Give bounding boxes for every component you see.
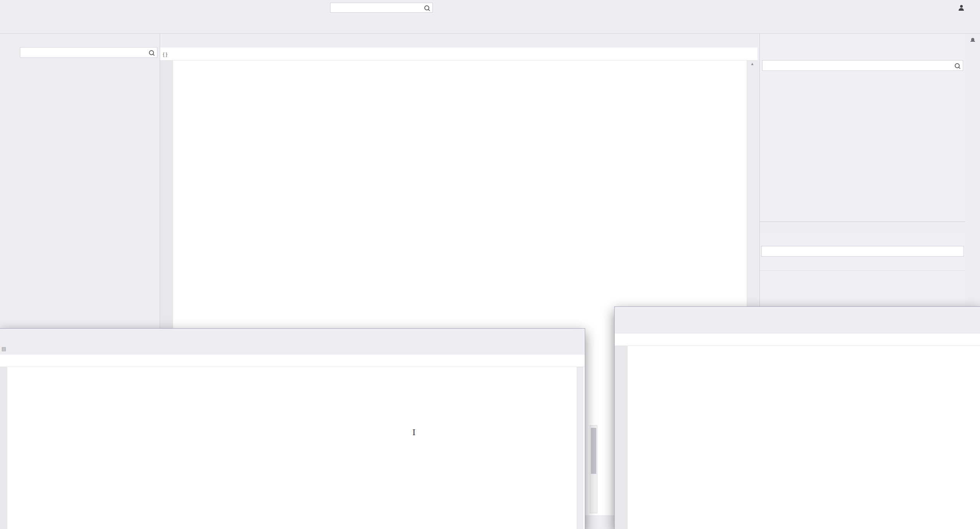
solution-explorer-panel	[759, 34, 965, 221]
quick-search-input[interactable]	[334, 4, 424, 11]
main-nav-combos	[170, 47, 757, 60]
module1-navigation-bar	[0, 355, 585, 367]
main-toolbar-items	[0, 15, 980, 33]
code-editor-module1[interactable]	[0, 367, 585, 529]
scrollbar-thumb[interactable]	[591, 428, 596, 474]
solution-explorer-search-input[interactable]	[766, 62, 952, 69]
editor-tab-row	[160, 34, 757, 47]
thisaddin-tab-right-icons	[973, 321, 980, 334]
search-icon	[149, 50, 154, 55]
module1-tab-right-icons	[577, 342, 585, 355]
search-icon	[424, 5, 429, 10]
solution-explorer-toolbar	[760, 46, 965, 59]
search-icon	[955, 63, 960, 68]
properties-toolbar	[760, 257, 965, 271]
thisaddin-nav-combos	[615, 334, 980, 346]
module1-tab-row	[0, 342, 585, 355]
background-scrollbar[interactable]	[590, 425, 597, 513]
toolbox-empty-message	[18, 69, 160, 82]
user-avatar-icon[interactable]	[958, 5, 965, 11]
visual-studio-window	[0, 0, 980, 529]
properties-object-dropdown[interactable]	[761, 246, 964, 257]
main-toolbar	[0, 15, 980, 34]
document-icon	[0, 342, 8, 355]
bell-icon[interactable]	[970, 38, 975, 42]
title-bar	[0, 0, 980, 15]
braces-icon	[160, 51, 170, 57]
module1-scrollbar[interactable]	[577, 367, 583, 529]
floating-window-thisaddin	[614, 306, 980, 529]
solution-explorer-search[interactable]	[762, 60, 963, 71]
text-cursor	[412, 428, 416, 437]
code-editor-thisaddin[interactable]	[615, 346, 980, 529]
toolbox-group-general[interactable]	[18, 59, 160, 69]
toolbox-search[interactable]	[20, 47, 157, 58]
module1-window-titlebar[interactable]	[0, 329, 585, 342]
floating-window-module1	[0, 328, 585, 529]
toolbox-search-input[interactable]	[23, 49, 146, 56]
module1-nav-combos	[0, 355, 577, 367]
thisaddin-tab-row	[615, 321, 980, 334]
dock-tab-strip	[759, 221, 965, 233]
solution-tree	[760, 72, 965, 221]
left-strip-icons	[0, 34, 18, 37]
quick-search[interactable]	[330, 3, 433, 13]
thisaddin-navigation-bar	[615, 334, 980, 346]
thisaddin-window-titlebar[interactable]	[615, 307, 980, 321]
editor-navigation-bar	[160, 47, 757, 61]
tab-well-icons	[750, 34, 757, 47]
